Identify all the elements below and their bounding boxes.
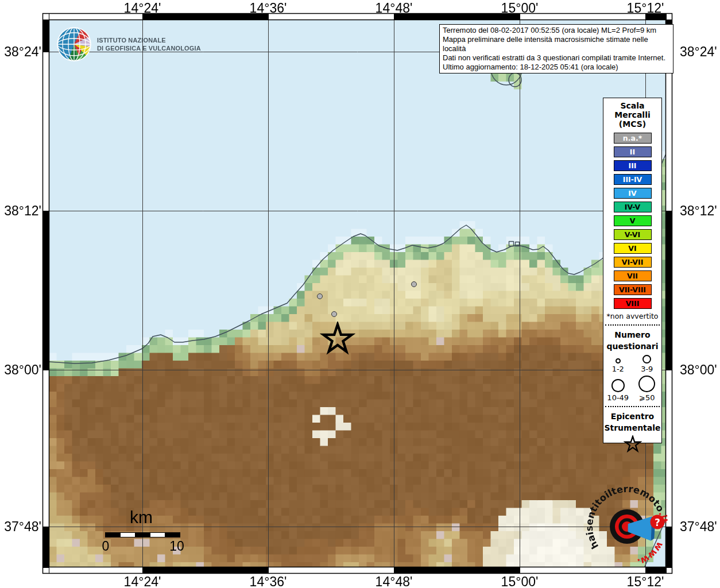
- axis-label-bottom: 14°36': [250, 574, 287, 588]
- scale-unit-label: km: [118, 508, 164, 527]
- earthquake-info-box: Terremoto del 08-02-2017 00:52:55 (ora l…: [439, 24, 673, 74]
- earthquake-intensity-map-page: 14°24' 14°36' 14°48' 15°00' 15°12' 14°24…: [0, 0, 720, 588]
- scale-tick-0: 0: [97, 539, 114, 554]
- legend-panel: Scala Mercalli (MCS) n.a.* II III III-IV…: [603, 98, 662, 443]
- ingv-globe-icon: [56, 26, 92, 62]
- ingv-name-line2: DI GEOFISICA E VULCANOLOGIA: [97, 44, 201, 52]
- mcs-swatch-na: n.a.*: [614, 133, 652, 144]
- questionnaire-location-dot: [411, 281, 417, 287]
- axis-label-top: 15°00': [501, 1, 539, 16]
- axis-label-top: 15°12': [627, 1, 664, 16]
- mcs-swatch-viii: VIII: [614, 298, 652, 309]
- mcs-swatch-iii-iv: III-IV: [614, 174, 652, 185]
- legend-separator: [605, 406, 660, 407]
- mcs-swatch-iv: IV: [614, 188, 652, 199]
- axis-label-top: 14°24': [124, 1, 161, 16]
- legend-footnote: *non avvertito: [603, 312, 661, 320]
- instrumental-epicenter-star: [320, 322, 355, 357]
- question-mark-icon: ?: [651, 515, 665, 529]
- axis-label-right: 38°00': [680, 362, 717, 378]
- legend-separator: [605, 324, 660, 326]
- epicenter-star-icon: [624, 435, 642, 454]
- size-key-3-9: 3-9: [633, 355, 662, 373]
- info-line-map: Mappa preliminare delle intensità macros…: [443, 35, 670, 53]
- axis-label-bottom: 15°12': [627, 574, 664, 588]
- axis-label-bottom: 14°24': [124, 574, 161, 588]
- info-line-event: Terremoto del 08-02-2017 00:52:55 (ora l…: [443, 26, 670, 35]
- size-circle-icon: [642, 355, 651, 363]
- axis-label-right: 38°24': [680, 44, 717, 60]
- info-line-updated: Ultimo aggiornamento: 18-12-2025 05:41 (…: [443, 63, 670, 72]
- axis-label-top: 14°48': [376, 1, 413, 16]
- info-line-data: Dati non verificati estratti da 3 questi…: [443, 53, 670, 63]
- legend-title: Scala Mercalli (MCS): [603, 98, 661, 129]
- axis-label-right: 37°48': [680, 519, 717, 535]
- mcs-swatch-ii: II: [614, 146, 652, 157]
- mcs-swatch-v: V: [614, 215, 652, 226]
- haisentitoilterremoto-logo: haisentitoilterremoto.it www. ?: [583, 483, 672, 573]
- ingv-logo-text: ISTITUTO NAZIONALE DI GEOFISICA E VULCAN…: [97, 36, 201, 52]
- mcs-swatch-v-vi: V-VI: [614, 229, 652, 240]
- questionnaire-location-dot: [317, 293, 323, 299]
- watermark-www-text: www.: [636, 540, 665, 567]
- axis-label-left: 38°12': [0, 203, 41, 219]
- scale-tick-10: 10: [165, 539, 188, 554]
- questionnaires-title: Numero questionari: [603, 329, 661, 352]
- mcs-swatch-vi: VI: [614, 243, 652, 254]
- mcs-scale-list: n.a.* II III III-IV IV IV-V V V-VI VI VI…: [603, 133, 661, 309]
- size-key-10-49: 10-49: [603, 376, 633, 402]
- mcs-swatch-iii: III: [614, 160, 652, 171]
- axis-label-right: 38°12': [680, 203, 717, 219]
- questionnaire-size-key: 1-2 3-9 10-49 ⩾50: [603, 355, 661, 402]
- axis-label-left: 38°00': [0, 362, 41, 378]
- axis-label-bottom: 14°48': [376, 574, 413, 588]
- size-circle-icon: [616, 358, 621, 363]
- svg-text:?: ?: [655, 517, 660, 528]
- scale-bar-segments: [105, 532, 180, 537]
- mcs-swatch-vii-viii: VII-VIII: [614, 284, 652, 295]
- mcs-swatch-iv-v: IV-V: [614, 202, 652, 212]
- epicenter-key-title: Epicentro Strumentale: [603, 411, 661, 434]
- ingv-logo: ISTITUTO NAZIONALE DI GEOFISICA E VULCAN…: [56, 26, 206, 62]
- size-circle-icon: [611, 379, 625, 392]
- ingv-name-line1: ISTITUTO NAZIONALE: [97, 36, 201, 44]
- axis-label-top: 14°36': [250, 1, 287, 16]
- mcs-swatch-vi-vii: VI-VII: [614, 257, 652, 268]
- axis-label-left: 37°48': [0, 519, 41, 535]
- questionnaire-location-dot: [331, 311, 337, 317]
- mcs-swatch-vii: VII: [614, 270, 652, 281]
- size-circle-icon: [638, 376, 655, 392]
- size-key-1-2: 1-2: [603, 355, 633, 373]
- size-key-50plus: ⩾50: [633, 376, 662, 402]
- axis-label-bottom: 15°00': [501, 574, 539, 588]
- axis-label-left: 38°24': [0, 44, 41, 60]
